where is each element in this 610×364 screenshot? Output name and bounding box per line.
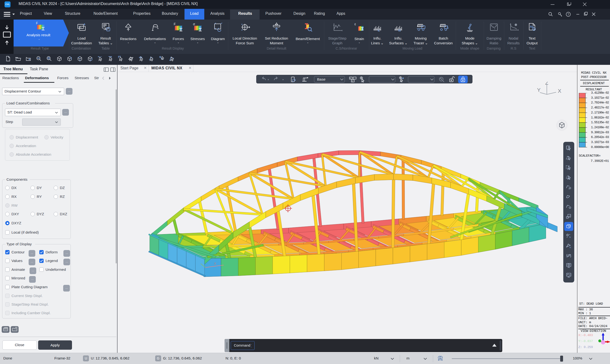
- svg-text:?: ?: [568, 13, 569, 16]
- svg-text:X: X: [214, 262, 216, 265]
- svg-text:ε: ε: [354, 22, 356, 26]
- svg-text:IS: IS: [398, 29, 401, 32]
- svg-text:1: 1: [352, 80, 353, 82]
- svg-text:Base: Base: [317, 77, 325, 81]
- svg-text:Z: Z: [545, 82, 548, 86]
- svg-text:IL: IL: [378, 29, 380, 32]
- svg-text:F: F: [174, 22, 176, 26]
- svg-text:T: T: [107, 28, 109, 31]
- svg-text:σ: σ: [193, 22, 195, 26]
- svg-text:X: X: [558, 88, 561, 94]
- svg-text:F: F: [36, 21, 38, 25]
- svg-text:2: 2: [350, 77, 351, 79]
- svg-text:N: N: [570, 246, 571, 249]
- svg-text:N: N: [569, 236, 571, 238]
- svg-text:Y: Y: [537, 87, 541, 93]
- svg-text:LC: LC: [79, 26, 82, 28]
